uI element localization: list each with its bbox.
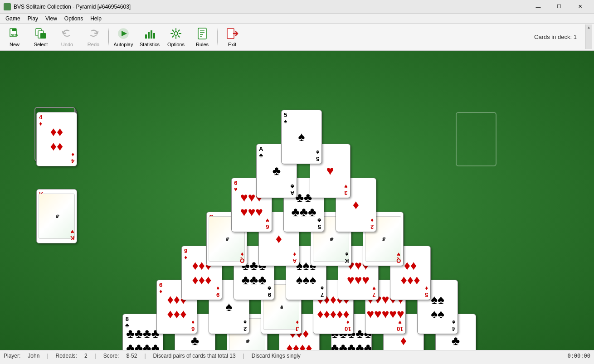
pyramid-r1-c1[interactable]: 5♠ ♠ 5♠ <box>281 110 322 164</box>
toolbar-scrollbar[interactable] <box>585 24 592 49</box>
new-button[interactable]: NEW New <box>2 24 27 49</box>
maximize-button[interactable]: ☐ <box>549 0 570 14</box>
exit-button[interactable]: Exit <box>219 24 245 49</box>
menubar: Game Play View Options Help <box>0 14 594 24</box>
menu-options[interactable]: Options <box>61 15 87 23</box>
player-name: John <box>28 353 39 359</box>
window-controls: — ☐ ✕ <box>528 0 590 14</box>
menu-game[interactable]: Game <box>2 15 24 23</box>
redo-icon <box>86 26 101 41</box>
statistics-label: Statistics <box>140 42 160 47</box>
undo-label: Undo <box>61 42 73 47</box>
statusbar: Player: John | Redeals: 2 | Score: $-52 … <box>0 350 594 361</box>
new-icon: NEW <box>7 26 22 41</box>
deck-top-card[interactable]: 4♦ ♦♦♦♦ 4♦ <box>36 112 77 166</box>
redo-label: Redo <box>88 42 99 47</box>
select-icon <box>34 26 48 41</box>
deck-second-card[interactable]: K♥ ♛ K♥ <box>36 189 77 243</box>
select-label: Select <box>34 42 48 47</box>
score-value: $-52 <box>126 353 137 359</box>
svg-point-12 <box>174 32 178 35</box>
stats-icon <box>142 26 157 41</box>
cards-in-deck-label: Cards in deck: <box>534 34 572 40</box>
rules-button[interactable]: Rules <box>190 24 215 49</box>
discard-pile[interactable] <box>456 112 497 166</box>
exit-icon <box>225 26 239 41</box>
close-button[interactable]: ✕ <box>570 0 590 14</box>
options-label: Options <box>167 42 185 47</box>
rules-label: Rules <box>196 42 209 47</box>
redeals-value: 2 <box>84 353 88 359</box>
menu-view[interactable]: View <box>42 15 61 23</box>
svg-rect-9 <box>148 32 150 39</box>
svg-rect-5 <box>40 33 46 39</box>
undo-icon <box>60 26 74 41</box>
titlebar: BVS Solitaire Collection - Pyramid [#646… <box>0 0 594 14</box>
redeals-label: Redeals: <box>56 353 77 359</box>
svg-rect-8 <box>145 34 147 39</box>
player-label: Player: <box>4 353 20 359</box>
menu-help[interactable]: Help <box>87 15 105 23</box>
undo-button: Undo <box>54 24 80 49</box>
toolbar: NEW New Select Undo Redo Autoplay Stat <box>0 24 594 51</box>
exit-label: Exit <box>228 42 236 47</box>
score-label: Score: <box>103 353 119 359</box>
rules-icon <box>195 26 209 41</box>
cards-in-deck-area: Cards in deck: 1 <box>534 34 584 40</box>
window-title: BVS Solitaire Collection - Pyramid [#646… <box>14 4 528 10</box>
select-button[interactable]: Select <box>28 24 54 49</box>
options-icon <box>169 26 183 41</box>
svg-rect-11 <box>153 33 155 39</box>
cards-in-deck-value: 1 <box>574 34 577 40</box>
svg-rect-13 <box>198 28 206 39</box>
svg-rect-10 <box>151 30 152 39</box>
options-button[interactable]: Options <box>163 24 189 49</box>
app-icon <box>4 3 11 10</box>
menu-play[interactable]: Play <box>24 15 42 23</box>
minimize-button[interactable]: — <box>528 0 549 14</box>
new-label: New <box>10 42 19 47</box>
autoplay-button[interactable]: Autoplay <box>111 24 136 49</box>
autoplay-icon <box>116 26 131 41</box>
statistics-button[interactable]: Statistics <box>137 24 162 49</box>
game-area: 4♦ ♦♦♦♦ 4♦ K♥ ♛ K♥ 5♠ ♠ 5♠ A♣ ♣ A♣ 3♥ ♥ … <box>0 51 594 350</box>
redo-button: Redo <box>81 24 106 49</box>
hint1: Discard pairs of cards that total 13 <box>153 353 236 359</box>
hint2: Discard Kings singly <box>252 353 301 359</box>
svg-rect-1 <box>12 29 16 31</box>
timer: 0:00:00 <box>567 353 590 359</box>
autoplay-label: Autoplay <box>114 42 133 47</box>
svg-text:NEW: NEW <box>11 34 19 37</box>
